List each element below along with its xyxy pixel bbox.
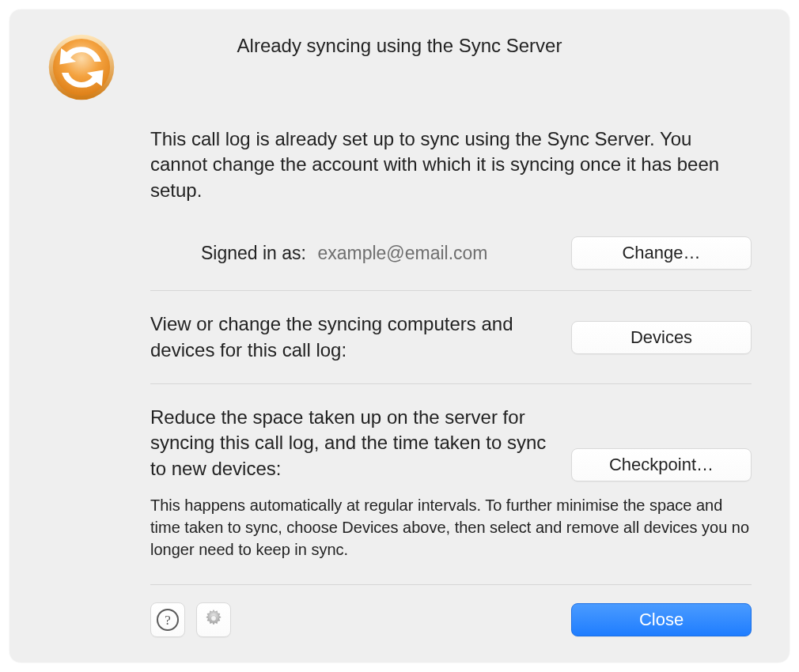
signed-in-block: Signed in as: example@email.com [201,243,552,264]
checkpoint-note: This happens automatically at regular in… [150,494,752,561]
settings-button[interactable] [196,602,231,637]
checkpoint-button[interactable]: Checkpoint… [571,448,752,481]
svg-point-2 [211,616,217,621]
divider [150,383,752,384]
help-button[interactable]: ? [150,602,185,637]
change-account-button[interactable]: Change… [571,236,752,270]
signed-in-label: Signed in as: [201,243,306,263]
intro-text: This call log is already set up to sync … [150,126,752,203]
devices-button[interactable]: Devices [571,321,752,354]
devices-text: View or change the syncing computers and… [150,311,552,363]
divider [150,584,752,585]
sync-server-dialog: Already syncing using the Sync Server Th… [9,9,790,663]
checkpoint-text: Reduce the space taken up on the server … [150,405,552,481]
close-button[interactable]: Close [571,603,752,636]
dialog-title: Already syncing using the Sync Server [47,35,752,57]
divider [150,290,752,291]
signed-in-email: example@email.com [317,243,487,263]
help-icon: ? [157,609,179,631]
gear-icon [203,608,224,632]
